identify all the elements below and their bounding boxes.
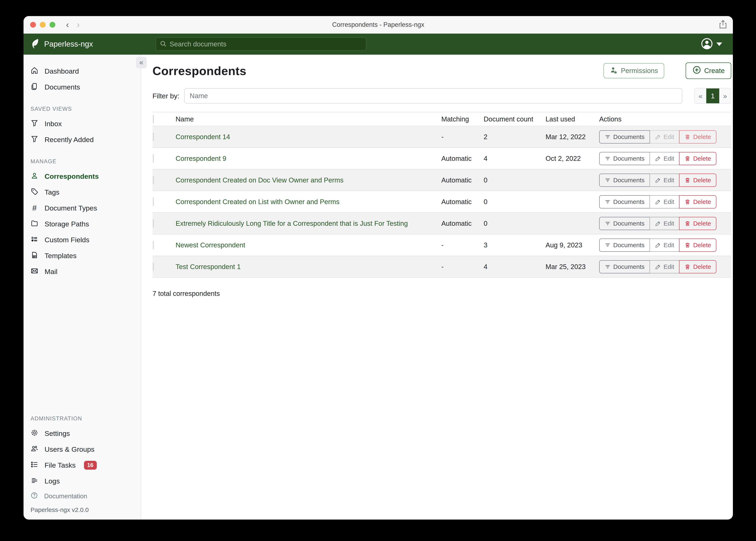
delete-button[interactable]: Delete [679,260,716,273]
correspondent-link[interactable]: Correspondent 9 [176,155,226,162]
pagination-next-button[interactable]: » [719,89,731,103]
sidebar-item-label: Correspondents [45,172,99,181]
permissions-button[interactable]: Permissions [604,63,664,78]
sidebar-item-label: Templates [45,252,77,260]
documents-button-label: Documents [613,263,645,270]
documents-button[interactable]: Documents [599,195,650,209]
row-checkbox[interactable] [153,133,154,141]
documents-button-label: Documents [613,198,645,205]
sidebar-item-document-types[interactable]: # Document Types [31,200,141,216]
documents-button[interactable]: Documents [599,260,650,273]
documents-button[interactable]: Documents [599,174,650,187]
sidebar-item-label: Tags [45,188,59,196]
correspondent-link[interactable]: Correspondent 14 [176,133,230,141]
help-circle-icon [31,492,38,501]
sidebar-item-users-groups[interactable]: Users & Groups [31,441,141,457]
sidebar-item-inbox[interactable]: Inbox [31,116,141,132]
sidebar-item-label: Documentation [44,493,87,500]
table-row: Newest Correspondent - 3 Aug 9, 2023 Doc… [152,235,731,256]
correspondent-link[interactable]: Correspondent Created on Doc View Owner … [176,176,344,184]
correspondent-link[interactable]: Correspondent Created on List with Owner… [176,198,339,206]
edit-button-label: Edit [664,133,674,140]
app-version: Paperless-ngx v2.0.0 [31,506,141,513]
sidebar-item-storage-paths[interactable]: Storage Paths [31,216,141,232]
user-avatar-icon [701,38,713,50]
table-row: Correspondent 9 Automatic 4 Oct 2, 2022 … [152,148,731,170]
col-header-last-used[interactable]: Last used [546,115,599,123]
people-icon [31,445,38,454]
edit-button[interactable]: Edit [650,239,680,252]
pagination: « 1 » [694,88,731,104]
saved-views-header: SAVED VIEWS [31,106,141,112]
sidebar-collapse-button[interactable]: « [136,57,147,68]
sidebar-item-documentation[interactable]: Documentation [31,489,141,503]
edit-button[interactable]: Edit [650,130,680,144]
edit-button[interactable]: Edit [650,260,680,273]
documents-button[interactable]: Documents [599,152,650,165]
sidebar-item-tags[interactable]: Tags [31,184,141,200]
row-checkbox[interactable] [153,154,154,163]
main-content: Correspondents Permissions [141,55,733,520]
edit-button[interactable]: Edit [650,195,680,209]
pagination-page-1-button[interactable]: 1 [706,89,719,103]
delete-button[interactable]: Delete [679,174,716,187]
screen: ‹ › Correspondents - Paperless-ngx Pape [0,0,756,541]
cell-last-used: Oct 2, 2022 [546,155,599,163]
sidebar-item-label: Settings [45,429,70,437]
edit-button[interactable]: Edit [650,217,680,230]
delete-button[interactable]: Delete [679,195,716,209]
page-title: Correspondents [152,64,246,78]
sidebar-item-logs[interactable]: Logs [31,473,141,489]
sidebar-item-mail[interactable]: Mail [31,264,141,279]
sidebar-item-templates[interactable]: Templates [31,248,141,264]
correspondent-link[interactable]: Extremely Ridiculously Long Title for a … [176,220,408,227]
col-header-matching[interactable]: Matching [441,115,484,123]
cell-count: 0 [484,220,546,228]
edit-button[interactable]: Edit [650,152,680,165]
delete-button[interactable]: Delete [679,130,716,144]
cell-count: 2 [484,133,546,141]
row-checkbox[interactable] [153,241,154,249]
row-checkbox[interactable] [153,198,154,206]
row-checkbox[interactable] [153,263,154,271]
brand-label: Paperless-ngx [44,40,93,48]
documents-button[interactable]: Documents [599,239,650,252]
filter-name-input[interactable]: Name [184,88,682,104]
documents-button[interactable]: Documents [599,130,650,144]
sidebar-item-label: Users & Groups [45,445,95,453]
pagination-prev-button[interactable]: « [695,89,706,103]
correspondent-link[interactable]: Newest Correspondent [176,241,245,249]
sidebar-item-file-tasks[interactable]: File Tasks 16 [31,457,141,473]
delete-button[interactable]: Delete [679,152,716,165]
delete-button[interactable]: Delete [679,217,716,230]
user-menu[interactable] [701,38,722,50]
delete-button[interactable]: Delete [679,239,716,252]
brand[interactable]: Paperless-ngx [31,38,93,50]
row-checkbox[interactable] [153,219,154,228]
select-all-checkbox[interactable] [153,115,154,123]
sidebar-item-label: Inbox [45,120,62,128]
administration-header: ADMINISTRATION [31,415,141,422]
sidebar-item-dashboard[interactable]: Dashboard [31,63,141,79]
create-button[interactable]: Create [686,63,731,79]
correspondent-link[interactable]: Test Correspondent 1 [176,263,241,270]
filter-by-label: Filter by: [152,92,179,100]
sidebar-item-settings[interactable]: Settings [31,425,141,441]
sidebar-item-correspondents[interactable]: Correspondents [31,169,141,184]
edit-button-label: Edit [664,263,674,270]
documents-button-label: Documents [613,155,645,162]
cell-matching: - [441,241,484,249]
row-checkbox[interactable] [153,176,154,184]
sidebar-item-recently-added[interactable]: Recently Added [31,132,141,148]
sidebar-item-documents[interactable]: Documents [31,79,141,95]
cell-last-used: Mar 12, 2022 [546,133,599,141]
sidebar-item-custom-fields[interactable]: Custom Fields [31,232,141,248]
col-header-name[interactable]: Name [176,115,441,123]
col-header-count[interactable]: Document count [484,115,546,123]
search-input[interactable]: Search documents [156,38,366,51]
share-icon[interactable] [719,20,727,30]
documents-button[interactable]: Documents [599,217,650,230]
search-icon [160,40,167,48]
sidebar-item-label: Logs [45,477,60,485]
edit-button[interactable]: Edit [650,174,680,187]
